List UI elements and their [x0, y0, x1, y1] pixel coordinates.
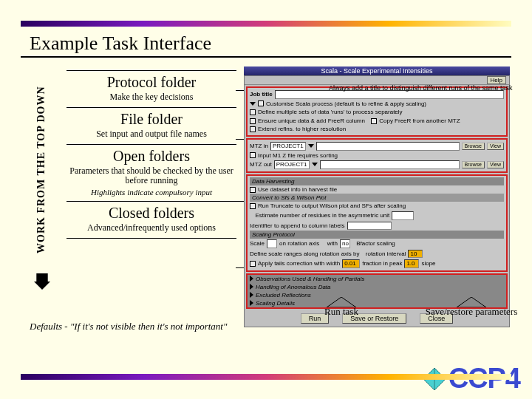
- checkbox[interactable]: [250, 187, 256, 193]
- view-button[interactable]: View: [487, 161, 504, 168]
- open-hdr: Scaling Protocol: [250, 231, 504, 239]
- file-proj[interactable]: PROJECT1: [270, 142, 306, 151]
- file-row: Input M1 Z file requires sorting: [258, 152, 338, 160]
- file-proj[interactable]: PROJECT1: [274, 160, 310, 169]
- tri-icon[interactable]: [250, 276, 253, 282]
- file-path-input[interactable]: [320, 160, 460, 169]
- tri-icon[interactable]: [250, 300, 253, 306]
- tri-icon: [312, 163, 318, 166]
- checkbox[interactable]: [250, 118, 256, 124]
- open-hdr: Convert to Sfs & Wilson Plot: [250, 194, 504, 202]
- protocol-row: Ensure unique data & add FreeR column: [258, 117, 365, 125]
- tri-icon[interactable]: [250, 292, 253, 298]
- help-button[interactable]: Help: [487, 76, 506, 84]
- folder-title: File folder: [69, 111, 233, 128]
- protocol-row: Extend reflns. to higher resolution: [258, 126, 346, 133]
- folder-title: Closed folders: [69, 205, 233, 222]
- task-interface-window: Scala - Scale Experimental Intensities H…: [244, 66, 510, 327]
- run-annotation: Run task: [275, 297, 408, 318]
- protocol-row: Copy FreeR from another MTZ: [379, 117, 460, 125]
- protocol-row: Define multiple sets of data 'runs' to p…: [258, 109, 403, 116]
- browse-button[interactable]: Browse: [462, 143, 485, 150]
- job-title-label: Job title: [250, 91, 273, 98]
- folder-sub: Advanced/infrequently used options: [69, 223, 233, 233]
- file-folder-box: File folder Set input and output file na…: [66, 107, 236, 144]
- tri-icon: [250, 102, 256, 106]
- save-annotation: Save/restore parameters: [405, 297, 532, 318]
- checkbox[interactable]: [250, 203, 256, 209]
- checkbox[interactable]: [258, 100, 264, 106]
- folder-sub: Make the key decisions: [69, 92, 233, 103]
- checkbox[interactable]: [250, 152, 256, 158]
- bottom-gradient-bar: [21, 374, 511, 380]
- open-hdr: Data Harvesting: [250, 177, 504, 185]
- svg-marker-0: [34, 273, 50, 290]
- file-label: MTZ out: [250, 161, 272, 168]
- folder-title: Open folders: [69, 148, 233, 165]
- defaults-note: Defaults - "If it's not visible then it'…: [30, 321, 227, 332]
- tri-icon[interactable]: [250, 284, 253, 290]
- rotation-interval-input[interactable]: 10: [408, 250, 423, 259]
- open-folders-section: Data Harvesting Use dataset info in harv…: [246, 174, 508, 272]
- slide-title: Example Task Interface: [30, 33, 532, 55]
- folder-labels-column: Protocol folder Make the key decisions F…: [66, 70, 236, 239]
- file-path-input[interactable]: [316, 142, 460, 151]
- view-button[interactable]: View: [487, 143, 504, 150]
- file-section: MTZ in PROJECT1 BrowseView Input M1 Z fi…: [246, 138, 508, 173]
- id-input[interactable]: [347, 222, 392, 231]
- arrow-down-icon: [34, 273, 50, 290]
- folder-note: Highlights indicate compulsory input: [69, 188, 233, 197]
- protocol-row: Customise Scala process (default is to r…: [266, 100, 426, 108]
- open-folders-box: Open folders Parameters that should be c…: [66, 144, 236, 202]
- checkbox[interactable]: [250, 261, 256, 267]
- checkbox[interactable]: [250, 109, 256, 115]
- closed-folders-box: Closed folders Advanced/infrequently use…: [66, 201, 236, 239]
- folder-sub: Parameters that should be checked by the…: [69, 166, 233, 187]
- folder-title: Protocol folder: [69, 74, 233, 91]
- checkbox[interactable]: [250, 126, 256, 132]
- window-title: Scala - Scale Experimental Intensities: [244, 66, 510, 75]
- title-underline: [21, 56, 511, 58]
- residues-input[interactable]: [392, 211, 414, 220]
- checkbox[interactable]: [371, 118, 377, 124]
- top-gradient-bar: [21, 21, 511, 27]
- protocol-section: Job title Customise Scala process (defau…: [246, 86, 508, 137]
- job-title-callout: Always add a title to distinguish differ…: [329, 84, 512, 92]
- browse-button[interactable]: Browse: [462, 161, 485, 168]
- protocol-folder-box: Protocol folder Make the key decisions: [66, 70, 236, 107]
- folder-sub: Set input and output file names: [69, 129, 233, 140]
- vertical-label: WORK FROM THE TOP DOWN: [35, 74, 47, 266]
- tri-icon: [308, 144, 314, 148]
- file-label: MTZ in: [250, 143, 268, 150]
